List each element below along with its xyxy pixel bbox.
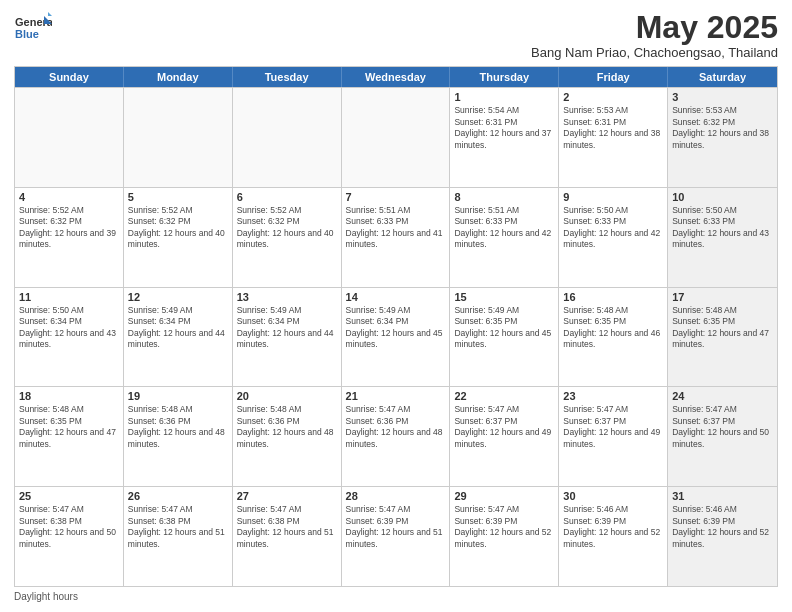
day-cell-16: 16Sunrise: 5:48 AMSunset: 6:35 PMDayligh… <box>559 288 668 387</box>
day-info-30: Sunrise: 5:46 AMSunset: 6:39 PMDaylight:… <box>563 504 663 550</box>
day-number-10: 10 <box>672 191 773 203</box>
day-cell-2: 2Sunrise: 5:53 AMSunset: 6:31 PMDaylight… <box>559 88 668 187</box>
header-wednesday: Wednesday <box>342 67 451 87</box>
day-info-3: Sunrise: 5:53 AMSunset: 6:32 PMDaylight:… <box>672 105 773 151</box>
day-number-7: 7 <box>346 191 446 203</box>
day-cell-14: 14Sunrise: 5:49 AMSunset: 6:34 PMDayligh… <box>342 288 451 387</box>
day-info-27: Sunrise: 5:47 AMSunset: 6:38 PMDaylight:… <box>237 504 337 550</box>
day-info-8: Sunrise: 5:51 AMSunset: 6:33 PMDaylight:… <box>454 205 554 251</box>
day-info-21: Sunrise: 5:47 AMSunset: 6:36 PMDaylight:… <box>346 404 446 450</box>
header-sunday: Sunday <box>15 67 124 87</box>
day-cell-19: 19Sunrise: 5:48 AMSunset: 6:36 PMDayligh… <box>124 387 233 486</box>
day-number-5: 5 <box>128 191 228 203</box>
day-info-9: Sunrise: 5:50 AMSunset: 6:33 PMDaylight:… <box>563 205 663 251</box>
day-cell-21: 21Sunrise: 5:47 AMSunset: 6:36 PMDayligh… <box>342 387 451 486</box>
day-number-16: 16 <box>563 291 663 303</box>
day-cell-1: 1Sunrise: 5:54 AMSunset: 6:31 PMDaylight… <box>450 88 559 187</box>
day-number-12: 12 <box>128 291 228 303</box>
day-info-11: Sunrise: 5:50 AMSunset: 6:34 PMDaylight:… <box>19 305 119 351</box>
header-monday: Monday <box>124 67 233 87</box>
day-info-19: Sunrise: 5:48 AMSunset: 6:36 PMDaylight:… <box>128 404 228 450</box>
day-info-18: Sunrise: 5:48 AMSunset: 6:35 PMDaylight:… <box>19 404 119 450</box>
day-info-1: Sunrise: 5:54 AMSunset: 6:31 PMDaylight:… <box>454 105 554 151</box>
location: Bang Nam Priao, Chachoengsao, Thailand <box>531 45 778 60</box>
day-cell-28: 28Sunrise: 5:47 AMSunset: 6:39 PMDayligh… <box>342 487 451 586</box>
day-number-9: 9 <box>563 191 663 203</box>
day-info-28: Sunrise: 5:47 AMSunset: 6:39 PMDaylight:… <box>346 504 446 550</box>
day-info-22: Sunrise: 5:47 AMSunset: 6:37 PMDaylight:… <box>454 404 554 450</box>
day-info-16: Sunrise: 5:48 AMSunset: 6:35 PMDaylight:… <box>563 305 663 351</box>
day-cell-10: 10Sunrise: 5:50 AMSunset: 6:33 PMDayligh… <box>668 188 777 287</box>
day-number-15: 15 <box>454 291 554 303</box>
header-friday: Friday <box>559 67 668 87</box>
day-number-21: 21 <box>346 390 446 402</box>
day-info-29: Sunrise: 5:47 AMSunset: 6:39 PMDaylight:… <box>454 504 554 550</box>
day-number-1: 1 <box>454 91 554 103</box>
day-number-17: 17 <box>672 291 773 303</box>
day-cell-13: 13Sunrise: 5:49 AMSunset: 6:34 PMDayligh… <box>233 288 342 387</box>
svg-text:Blue: Blue <box>15 28 39 40</box>
day-info-12: Sunrise: 5:49 AMSunset: 6:34 PMDaylight:… <box>128 305 228 351</box>
day-info-26: Sunrise: 5:47 AMSunset: 6:38 PMDaylight:… <box>128 504 228 550</box>
day-info-7: Sunrise: 5:51 AMSunset: 6:33 PMDaylight:… <box>346 205 446 251</box>
day-cell-17: 17Sunrise: 5:48 AMSunset: 6:35 PMDayligh… <box>668 288 777 387</box>
empty-cell-0-3 <box>342 88 451 187</box>
day-info-25: Sunrise: 5:47 AMSunset: 6:38 PMDaylight:… <box>19 504 119 550</box>
logo: General Blue <box>14 10 52 48</box>
week-row-5: 25Sunrise: 5:47 AMSunset: 6:38 PMDayligh… <box>15 486 777 586</box>
day-number-4: 4 <box>19 191 119 203</box>
day-number-19: 19 <box>128 390 228 402</box>
day-cell-26: 26Sunrise: 5:47 AMSunset: 6:38 PMDayligh… <box>124 487 233 586</box>
day-info-31: Sunrise: 5:46 AMSunset: 6:39 PMDaylight:… <box>672 504 773 550</box>
day-cell-7: 7Sunrise: 5:51 AMSunset: 6:33 PMDaylight… <box>342 188 451 287</box>
day-number-8: 8 <box>454 191 554 203</box>
day-number-3: 3 <box>672 91 773 103</box>
empty-cell-0-0 <box>15 88 124 187</box>
day-cell-29: 29Sunrise: 5:47 AMSunset: 6:39 PMDayligh… <box>450 487 559 586</box>
day-number-13: 13 <box>237 291 337 303</box>
day-number-25: 25 <box>19 490 119 502</box>
day-number-26: 26 <box>128 490 228 502</box>
header: General Blue May 2025 Bang Nam Priao, Ch… <box>14 10 778 60</box>
empty-cell-0-2 <box>233 88 342 187</box>
day-cell-15: 15Sunrise: 5:49 AMSunset: 6:35 PMDayligh… <box>450 288 559 387</box>
day-cell-30: 30Sunrise: 5:46 AMSunset: 6:39 PMDayligh… <box>559 487 668 586</box>
day-number-29: 29 <box>454 490 554 502</box>
week-row-4: 18Sunrise: 5:48 AMSunset: 6:35 PMDayligh… <box>15 386 777 486</box>
day-info-2: Sunrise: 5:53 AMSunset: 6:31 PMDaylight:… <box>563 105 663 151</box>
day-number-20: 20 <box>237 390 337 402</box>
day-info-24: Sunrise: 5:47 AMSunset: 6:37 PMDaylight:… <box>672 404 773 450</box>
footer-note: Daylight hours <box>14 591 778 602</box>
day-cell-31: 31Sunrise: 5:46 AMSunset: 6:39 PMDayligh… <box>668 487 777 586</box>
header-tuesday: Tuesday <box>233 67 342 87</box>
week-row-2: 4Sunrise: 5:52 AMSunset: 6:32 PMDaylight… <box>15 187 777 287</box>
day-number-30: 30 <box>563 490 663 502</box>
day-info-23: Sunrise: 5:47 AMSunset: 6:37 PMDaylight:… <box>563 404 663 450</box>
day-cell-22: 22Sunrise: 5:47 AMSunset: 6:37 PMDayligh… <box>450 387 559 486</box>
day-cell-5: 5Sunrise: 5:52 AMSunset: 6:32 PMDaylight… <box>124 188 233 287</box>
day-cell-20: 20Sunrise: 5:48 AMSunset: 6:36 PMDayligh… <box>233 387 342 486</box>
day-number-24: 24 <box>672 390 773 402</box>
day-cell-27: 27Sunrise: 5:47 AMSunset: 6:38 PMDayligh… <box>233 487 342 586</box>
day-number-14: 14 <box>346 291 446 303</box>
day-cell-18: 18Sunrise: 5:48 AMSunset: 6:35 PMDayligh… <box>15 387 124 486</box>
day-cell-6: 6Sunrise: 5:52 AMSunset: 6:32 PMDaylight… <box>233 188 342 287</box>
day-info-5: Sunrise: 5:52 AMSunset: 6:32 PMDaylight:… <box>128 205 228 251</box>
logo-bird-icon: General Blue <box>14 10 52 48</box>
day-info-14: Sunrise: 5:49 AMSunset: 6:34 PMDaylight:… <box>346 305 446 351</box>
day-number-31: 31 <box>672 490 773 502</box>
daylight-label: Daylight hours <box>14 591 78 602</box>
empty-cell-0-1 <box>124 88 233 187</box>
day-info-17: Sunrise: 5:48 AMSunset: 6:35 PMDaylight:… <box>672 305 773 351</box>
day-info-20: Sunrise: 5:48 AMSunset: 6:36 PMDaylight:… <box>237 404 337 450</box>
day-info-10: Sunrise: 5:50 AMSunset: 6:33 PMDaylight:… <box>672 205 773 251</box>
calendar: SundayMondayTuesdayWednesdayThursdayFrid… <box>14 66 778 587</box>
day-number-27: 27 <box>237 490 337 502</box>
day-info-13: Sunrise: 5:49 AMSunset: 6:34 PMDaylight:… <box>237 305 337 351</box>
week-row-1: 1Sunrise: 5:54 AMSunset: 6:31 PMDaylight… <box>15 87 777 187</box>
day-number-22: 22 <box>454 390 554 402</box>
day-cell-25: 25Sunrise: 5:47 AMSunset: 6:38 PMDayligh… <box>15 487 124 586</box>
day-cell-24: 24Sunrise: 5:47 AMSunset: 6:37 PMDayligh… <box>668 387 777 486</box>
header-saturday: Saturday <box>668 67 777 87</box>
day-number-2: 2 <box>563 91 663 103</box>
